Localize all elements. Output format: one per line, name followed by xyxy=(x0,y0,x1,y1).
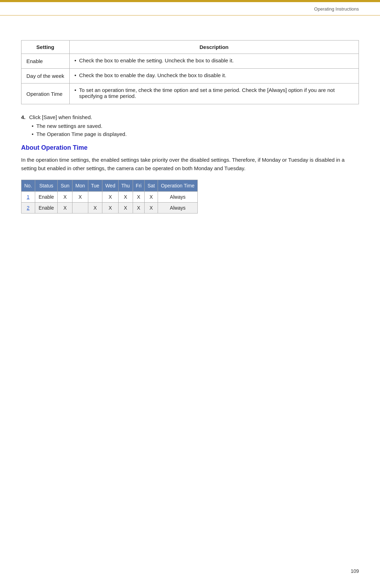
about-paragraph: In the operation time settings, the enab… xyxy=(21,156,359,173)
step-bullet-1: The new settings are saved. xyxy=(32,123,359,129)
setting-enable-desc: Check the box to enable the setting. Unc… xyxy=(69,54,359,69)
about-heading: About Operation Time xyxy=(21,144,359,151)
setting-dayofweek-desc: Check the box to enable the day. Uncheck… xyxy=(69,69,359,83)
row2-no[interactable]: 2 xyxy=(21,203,35,213)
bullet-item: To set an operation time, check the time… xyxy=(75,87,354,99)
setting-optime-label: Operation Time xyxy=(21,83,70,104)
table-row: Enable Check the box to enable the setti… xyxy=(21,54,359,69)
col-sun-header: Sun xyxy=(58,180,72,192)
col-sat-header: Sat xyxy=(145,180,158,192)
op-table-row-1: 1 Enable X X X X X X Always xyxy=(21,192,198,203)
row2-fri: X xyxy=(133,203,144,213)
row2-tue: X xyxy=(88,203,102,213)
setting-dayofweek-label: Day of the week xyxy=(21,69,70,83)
operation-time-table: No. Status Sun Mon Tue Wed Thu Fri Sat O… xyxy=(21,180,198,213)
row1-no[interactable]: 1 xyxy=(21,192,35,203)
page-content: Setting Description Enable Check the box… xyxy=(0,26,380,242)
setting-optime-desc: To set an operation time, check the time… xyxy=(69,83,359,104)
row2-sun: X xyxy=(58,203,72,213)
col-optime-header: Operation Time xyxy=(158,180,198,192)
op-table-row-2: 2 Enable X X X X X X Always xyxy=(21,203,198,213)
col-no-header: No. xyxy=(21,180,35,192)
step-main-text: Click [Save] when finished. xyxy=(29,114,92,120)
row1-sat: X xyxy=(145,192,158,203)
col-mon-header: Mon xyxy=(72,180,88,192)
page-number: 109 xyxy=(351,568,359,574)
row1-thu: X xyxy=(118,192,133,203)
row1-mon: X xyxy=(72,192,88,203)
row2-optime: Always xyxy=(158,203,198,213)
col-wed-header: Wed xyxy=(102,180,119,192)
col-fri-header: Fri xyxy=(133,180,144,192)
step-4-section: 4. Click [Save] when finished. The new s… xyxy=(21,114,359,137)
row2-sat: X xyxy=(145,203,158,213)
table-row: Day of the week Check the box to enable … xyxy=(21,69,359,83)
header-text: Operating Instructions xyxy=(314,6,359,12)
accent-bar xyxy=(0,0,380,2)
row1-status: Enable xyxy=(35,192,58,203)
row1-wed: X xyxy=(102,192,119,203)
step-4-content: 4. Click [Save] when finished. xyxy=(21,114,359,120)
bullet-item: Check the box to enable the day. Uncheck… xyxy=(75,72,354,78)
col-description-header: Description xyxy=(69,41,359,54)
col-status-header: Status xyxy=(35,180,58,192)
page-header: Operating Instructions xyxy=(0,0,380,16)
row1-tue xyxy=(88,192,102,203)
operation-time-table-wrapper: No. Status Sun Mon Tue Wed Thu Fri Sat O… xyxy=(21,180,359,213)
row1-sun: X xyxy=(58,192,72,203)
settings-table: Setting Description Enable Check the box… xyxy=(21,40,359,104)
col-setting-header: Setting xyxy=(21,41,70,54)
table-row: Operation Time To set an operation time,… xyxy=(21,83,359,104)
setting-enable-label: Enable xyxy=(21,54,70,69)
row2-status: Enable xyxy=(35,203,58,213)
row2-thu: X xyxy=(118,203,133,213)
row1-fri: X xyxy=(133,192,144,203)
step-bullets: The new settings are saved. The Operatio… xyxy=(21,123,359,137)
col-thu-header: Thu xyxy=(118,180,133,192)
col-tue-header: Tue xyxy=(88,180,102,192)
row1-optime: Always xyxy=(158,192,198,203)
row2-wed: X xyxy=(102,203,119,213)
step-bullet-2: The Operation Time page is displayed. xyxy=(32,131,359,137)
step-number: 4. xyxy=(21,114,26,120)
row2-mon xyxy=(72,203,88,213)
about-operation-time-section: About Operation Time In the operation ti… xyxy=(21,144,359,213)
bullet-item: Check the box to enable the setting. Unc… xyxy=(75,57,354,63)
